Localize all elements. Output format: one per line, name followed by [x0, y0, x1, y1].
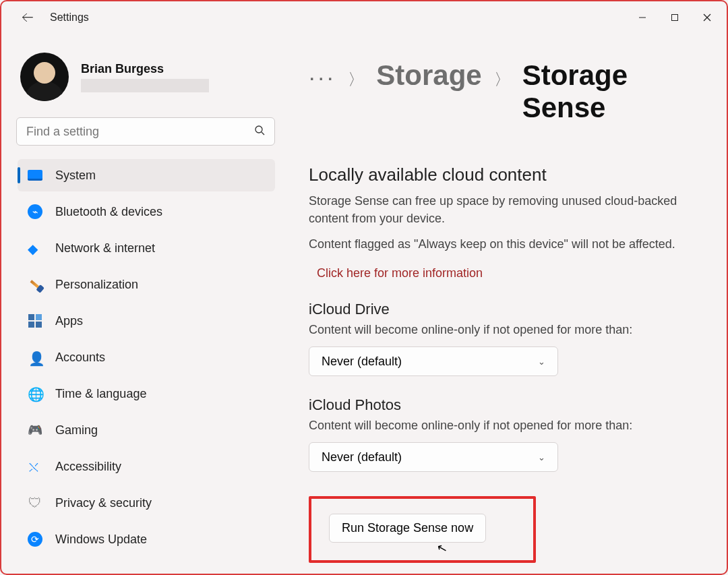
titlebar: 🡠 Settings: [1, 1, 727, 34]
apps-icon: [27, 313, 43, 329]
sidebar-item-label: Apps: [55, 314, 83, 328]
icloud-drive-dropdown[interactable]: Never (default) ⌄: [309, 346, 558, 376]
sidebar-item-personalization[interactable]: Personalization: [18, 268, 275, 301]
sidebar-item-time[interactable]: 🌐 Time & language: [18, 377, 275, 410]
chevron-down-icon: ⌄: [538, 452, 545, 462]
sub-subtitle: Content will become online-only if not o…: [309, 417, 700, 434]
brush-icon: [27, 276, 43, 293]
search-icon: [254, 125, 265, 138]
chevron-right-icon: 〉: [494, 69, 510, 90]
back-arrow-icon[interactable]: 🡠: [19, 8, 36, 28]
info-link[interactable]: Click here for more information: [317, 266, 483, 280]
icloud-photos-dropdown[interactable]: Never (default) ⌄: [309, 442, 558, 472]
breadcrumb-current: Storage Sense: [522, 59, 700, 124]
sidebar-item-label: Network & internet: [55, 241, 155, 255]
section-heading: Locally available cloud content: [309, 164, 700, 185]
dropdown-value: Never (default): [322, 355, 402, 369]
highlight-box: Run Storage Sense now ↖: [309, 496, 536, 563]
svg-rect-1: [672, 15, 678, 21]
svg-line-5: [262, 132, 264, 135]
main-content: ··· 〉 Storage 〉 Storage Sense Locally av…: [284, 34, 727, 574]
body-text: Storage Sense can free up space by remov…: [309, 192, 700, 227]
body-text: Content flagged as "Always keep on this …: [309, 235, 700, 253]
update-icon: ⟳: [27, 531, 43, 547]
close-button[interactable]: [692, 7, 723, 28]
profile-block[interactable]: Brian Burgess: [15, 34, 278, 117]
profile-email: [81, 79, 209, 92]
search-input[interactable]: [26, 125, 254, 139]
sidebar-item-accessibility[interactable]: ⛌ Accessibility: [18, 450, 275, 483]
sidebar-item-system[interactable]: System: [18, 159, 275, 191]
sidebar-item-label: Accounts: [55, 351, 105, 365]
sidebar-item-label: Time & language: [55, 387, 146, 401]
run-storage-sense-button[interactable]: Run Storage Sense now: [329, 514, 486, 543]
accessibility-icon: ⛌: [27, 458, 43, 475]
nav-list: System ⌁ Bluetooth & devices ◆ Network &…: [15, 159, 278, 555]
bluetooth-icon: ⌁: [27, 204, 43, 220]
wifi-icon: ◆: [27, 240, 43, 256]
chevron-right-icon: 〉: [348, 69, 364, 90]
chevron-down-icon: ⌄: [538, 357, 545, 367]
icloud-drive-section: iCloud Drive Content will become online-…: [309, 301, 700, 376]
sub-title: iCloud Drive: [309, 301, 700, 318]
settings-window: 🡠 Settings Brian Burgess: [0, 0, 728, 575]
search-box[interactable]: [16, 117, 275, 146]
breadcrumb: ··· 〉 Storage 〉 Storage Sense: [309, 59, 700, 124]
sidebar-item-apps[interactable]: Apps: [18, 305, 275, 337]
minimize-button[interactable]: [627, 7, 658, 28]
monitor-icon: [27, 167, 43, 183]
sidebar-item-label: System: [55, 169, 96, 183]
sidebar-item-privacy[interactable]: 🛡 Privacy & security: [18, 487, 275, 519]
sidebar-item-network[interactable]: ◆ Network & internet: [18, 232, 275, 264]
dropdown-value: Never (default): [322, 450, 402, 464]
sidebar-item-bluetooth[interactable]: ⌁ Bluetooth & devices: [18, 195, 275, 228]
profile-name: Brian Burgess: [81, 62, 209, 76]
shield-icon: 🛡: [27, 495, 43, 511]
icloud-photos-section: iCloud Photos Content will become online…: [309, 396, 700, 472]
sub-subtitle: Content will become online-only if not o…: [309, 321, 700, 338]
app-title: Settings: [50, 11, 89, 24]
sidebar-item-label: Gaming: [55, 423, 98, 437]
account-icon: 👤: [27, 349, 43, 365]
sidebar-item-label: Personalization: [55, 278, 138, 292]
window-controls: [627, 7, 723, 28]
sidebar-item-label: Windows Update: [55, 533, 147, 547]
sidebar-item-label: Bluetooth & devices: [55, 205, 162, 219]
gamepad-icon: 🎮: [27, 422, 43, 438]
sidebar-item-label: Privacy & security: [55, 496, 152, 510]
breadcrumb-storage[interactable]: Storage: [376, 59, 481, 92]
clock-icon: 🌐: [27, 386, 43, 402]
sidebar-item-label: Accessibility: [55, 460, 121, 474]
svg-point-4: [255, 126, 262, 133]
sidebar: Brian Burgess System ⌁ Bluetooth & devic…: [15, 34, 284, 574]
maximize-button[interactable]: [659, 7, 690, 28]
breadcrumb-ellipsis[interactable]: ···: [309, 65, 336, 88]
sidebar-item-update[interactable]: ⟳ Windows Update: [18, 523, 275, 555]
sub-title: iCloud Photos: [309, 396, 700, 414]
sidebar-item-gaming[interactable]: 🎮 Gaming: [18, 414, 275, 446]
avatar: [20, 53, 69, 101]
sidebar-item-accounts[interactable]: 👤 Accounts: [18, 341, 275, 373]
